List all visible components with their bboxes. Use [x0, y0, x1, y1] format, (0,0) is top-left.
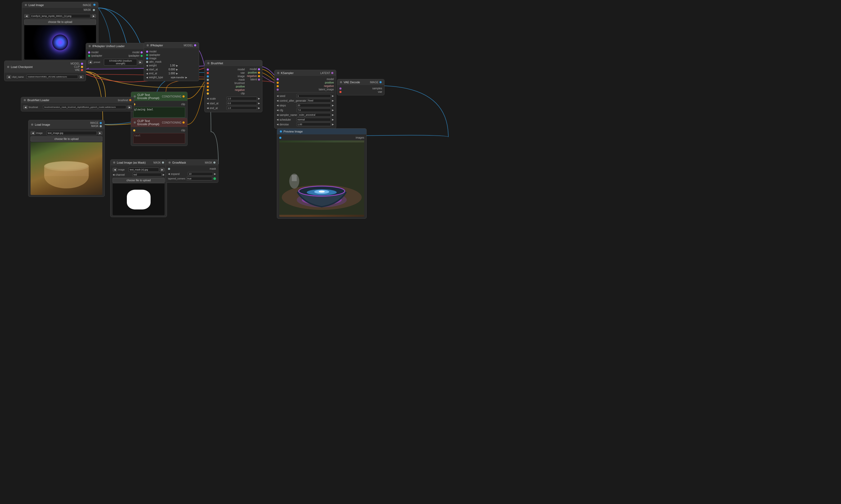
node-brushnet: BrushNet model vae image mask brushnet p…	[204, 60, 262, 112]
expand-right[interactable]: ▶	[214, 173, 216, 175]
node-header-grow-mask: GrowMask MASK	[166, 160, 218, 165]
prev-btn[interactable]: ◀	[24, 14, 29, 18]
scale-left[interactable]: ◀	[207, 97, 209, 100]
prev-btn[interactable]: ◀	[31, 131, 35, 135]
startat-left[interactable]: ◀	[207, 102, 209, 105]
port-model-in	[88, 51, 90, 53]
wtype-right[interactable]: ▶	[185, 76, 187, 79]
cfg-right[interactable]: ▶	[332, 109, 334, 111]
next-btn[interactable]: ▶	[160, 168, 165, 172]
denoise-right[interactable]: ▶	[332, 123, 334, 126]
node-status-dot	[25, 4, 27, 6]
node-header-ksampler: KSampler LATENT	[275, 70, 336, 76]
seed-left[interactable]: ◀	[277, 94, 278, 97]
endat-left[interactable]: ◀	[207, 107, 209, 109]
wtype-val: style transfer	[166, 76, 184, 79]
weight-right[interactable]: ▶	[176, 64, 178, 67]
cag-left[interactable]: ◀	[277, 99, 278, 102]
port-ipadapter-in	[88, 55, 90, 57]
node-status-dot	[24, 99, 26, 101]
sampler-right[interactable]: ▶	[332, 113, 334, 116]
port-vae-out	[81, 69, 83, 71]
node-header-load-image-top: Load Image IMAGE	[22, 2, 98, 8]
choose-file-button[interactable]: choose file to upload	[31, 137, 102, 142]
brushnet-out-label: brushnet	[118, 99, 128, 102]
denoise-left[interactable]: ◀	[277, 123, 278, 126]
cag-right[interactable]: ▶	[332, 99, 334, 102]
port-mask-in	[168, 168, 170, 170]
port-images-in	[279, 137, 281, 139]
negative-text-input[interactable]: text	[133, 133, 185, 144]
startat-left[interactable]: ◀	[146, 68, 148, 71]
node-brushnet-loader: BrushNet Loader brushnet ◀ brushnet brus…	[21, 97, 134, 111]
channel-right[interactable]: ▶	[163, 173, 165, 176]
port-mask-out	[93, 9, 95, 11]
node-ipadapter: IPAdapter MODEL model ipadapter image	[144, 42, 199, 81]
tapered-toggle[interactable]	[213, 177, 216, 180]
preset-next[interactable]: ▶	[138, 60, 143, 64]
port-clip-in	[133, 129, 135, 131]
tapered-label: tapered_corners	[168, 177, 185, 180]
startat-right[interactable]: ▶	[258, 102, 260, 105]
weight-val: 1.00	[166, 64, 175, 67]
node-header-brushnet: BrushNet	[205, 60, 262, 66]
node-ksampler: KSampler LATENT model positive negative …	[274, 70, 336, 129]
expand-left[interactable]: ◀	[168, 173, 170, 175]
next-btn[interactable]: ▶	[91, 14, 96, 18]
model-out-label: MODEL	[70, 62, 80, 65]
scheduler-right[interactable]: ▶	[332, 118, 334, 121]
next-btn[interactable]: ▶	[127, 105, 132, 109]
steps-left[interactable]: ◀	[277, 104, 278, 107]
image-preview	[24, 25, 96, 59]
sampler-left[interactable]: ◀	[277, 113, 278, 116]
port-model-out	[258, 68, 260, 70]
node-title: CLIP Text Encode (Prompt)	[137, 93, 160, 100]
node-status-dot	[134, 122, 136, 124]
vae-out-label: VAE	[75, 69, 80, 71]
scale-right[interactable]: ▶	[258, 97, 260, 100]
node-header-load-image-mask: Load Image (as Mask) MASK	[110, 160, 167, 165]
node-header-load-checkpoint: Load Checkpoint MODEL CLIP VAE	[4, 61, 86, 73]
port-mask-out	[100, 125, 102, 127]
tapered-val: true	[186, 177, 212, 180]
node-header-ipadapter-loader: IPAdapter Unified Loader	[86, 43, 145, 49]
node-status-dot	[280, 130, 282, 132]
steps-right[interactable]: ▶	[332, 104, 334, 107]
port-attn-mask-in	[146, 61, 148, 63]
endat-right[interactable]: ▶	[258, 107, 260, 109]
choose-file-button[interactable]: choose file to upload	[113, 178, 165, 183]
endat-right[interactable]: ▶	[176, 72, 178, 75]
channel-left[interactable]: ◀	[113, 173, 115, 176]
port-image-in	[207, 75, 209, 77]
port-model-in	[207, 69, 209, 71]
conditioning-out-label: CONDITIONING	[162, 95, 182, 98]
image-out-label: IMAGE	[370, 81, 378, 84]
positive-text-input[interactable]: glowing bowl	[133, 107, 185, 118]
next-btn[interactable]: ▶	[79, 75, 84, 79]
node-clip-text-neg: CLIP Text Encode (Prompt) CONDITIONING c…	[131, 118, 188, 146]
port-conditioning-out	[183, 95, 185, 97]
endat-left[interactable]: ◀	[146, 72, 148, 75]
prev-btn[interactable]: ◀	[113, 168, 117, 172]
weight-left[interactable]: ◀	[146, 64, 148, 67]
seed-right[interactable]: ▶	[332, 94, 334, 97]
node-status-dot	[277, 72, 279, 74]
next-btn[interactable]: ▶	[98, 131, 102, 135]
prev-btn[interactable]: ◀	[23, 105, 28, 109]
prev-btn[interactable]: ◀	[6, 75, 11, 79]
scheduler-left[interactable]: ◀	[277, 118, 278, 121]
node-preview-image: Preview Image images	[277, 128, 366, 219]
port-mask-out	[162, 162, 164, 164]
port-latent-out	[258, 78, 260, 80]
preset-prev[interactable]: ◀	[88, 60, 92, 64]
node-status-dot	[31, 124, 33, 126]
port-image-out	[379, 81, 382, 83]
choose-file-button[interactable]: choose file to upload	[24, 19, 96, 24]
port-model-out	[140, 51, 143, 53]
port-positive-in	[277, 82, 279, 84]
startat-right[interactable]: ▶	[176, 68, 178, 71]
cfg-left[interactable]: ◀	[277, 109, 278, 111]
node-status-dot	[89, 45, 91, 47]
node-ipadapter-loader: IPAdapter Unified Loader model model ipa…	[86, 43, 145, 68]
wtype-left[interactable]: ◀	[146, 76, 148, 79]
